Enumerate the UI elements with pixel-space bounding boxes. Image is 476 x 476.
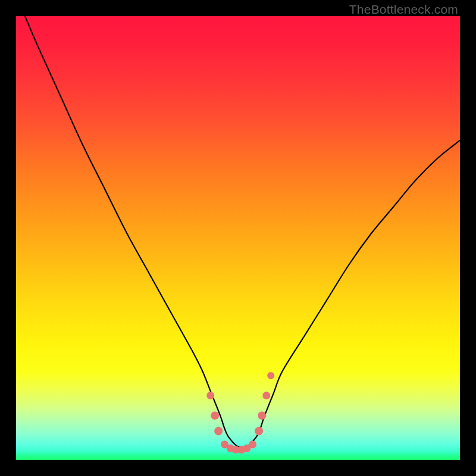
plot-area bbox=[16, 16, 460, 460]
attribution-label: TheBottleneck.com bbox=[349, 2, 458, 17]
curve-path bbox=[25, 16, 460, 447]
chart-frame: TheBottleneck.com bbox=[0, 0, 476, 476]
bottleneck-curve bbox=[16, 16, 460, 460]
